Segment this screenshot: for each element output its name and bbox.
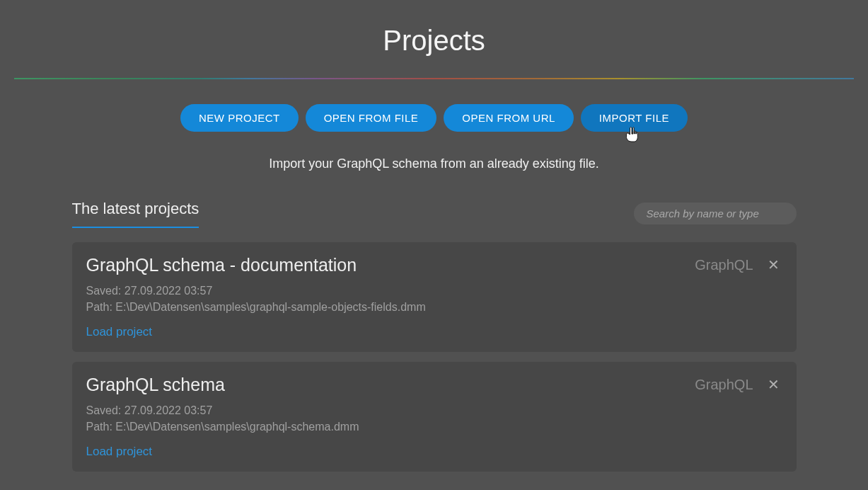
- open-from-file-button[interactable]: OPEN FROM FILE: [306, 104, 437, 132]
- project-name: GraphQL schema: [86, 375, 225, 395]
- project-name: GraphQL schema - documentation: [86, 255, 357, 275]
- section-title: The latest projects: [72, 200, 199, 228]
- close-icon[interactable]: ✕: [765, 376, 782, 393]
- path-value: E:\Dev\Datensen\samples\graphql-sample-o…: [115, 301, 425, 313]
- search-input[interactable]: [634, 203, 797, 224]
- path-label: Path:: [86, 421, 116, 433]
- action-buttons: NEW PROJECT OPEN FROM FILE OPEN FROM URL…: [180, 104, 688, 132]
- path-value: E:\Dev\Datensen\samples\graphql-schema.d…: [115, 421, 359, 433]
- load-project-link[interactable]: Load project: [86, 445, 153, 458]
- close-icon[interactable]: ✕: [765, 256, 782, 273]
- saved-value: 27.09.2022 03:57: [125, 285, 213, 297]
- help-text: Import your GraphQL schema from an alrea…: [269, 156, 599, 171]
- saved-value: 27.09.2022 03:57: [125, 404, 213, 416]
- saved-label: Saved:: [86, 285, 125, 297]
- project-card: GraphQL schema GraphQL ✕ Saved: 27.09.20…: [72, 362, 797, 472]
- new-project-button[interactable]: NEW PROJECT: [180, 104, 299, 132]
- open-from-url-button[interactable]: OPEN FROM URL: [444, 104, 574, 132]
- rainbow-divider: [14, 78, 854, 79]
- saved-label: Saved:: [86, 404, 125, 416]
- project-meta: Saved: 27.09.2022 03:57 Path: E:\Dev\Dat…: [86, 283, 782, 315]
- project-card: GraphQL schema - documentation GraphQL ✕…: [72, 242, 797, 352]
- project-list: GraphQL schema - documentation GraphQL ✕…: [72, 242, 797, 472]
- project-type-badge: GraphQL: [695, 377, 753, 393]
- page-title: Projects: [383, 25, 485, 57]
- project-meta: Saved: 27.09.2022 03:57 Path: E:\Dev\Dat…: [86, 402, 782, 435]
- project-type-badge: GraphQL: [695, 257, 753, 273]
- load-project-link[interactable]: Load project: [86, 325, 153, 338]
- path-label: Path:: [86, 301, 116, 313]
- import-file-button[interactable]: IMPORT FILE: [581, 104, 688, 132]
